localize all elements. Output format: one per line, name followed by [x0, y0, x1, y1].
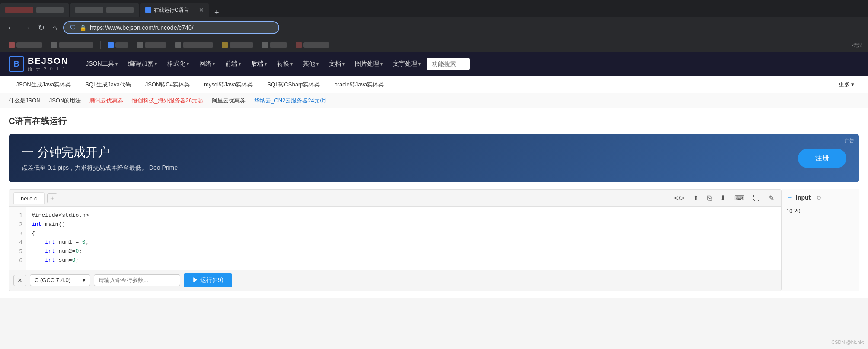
editor-tab-bar: hello.c + </> ⬆ ⎘ ⬇ ⌨ ⛶: [9, 190, 781, 207]
sub-nav-json-csharp[interactable]: JSON转C#实体类: [138, 76, 197, 93]
tab-title: 在线运行C语言: [154, 6, 196, 14]
output-tab-label[interactable]: O: [817, 194, 821, 201]
tab-favicon: [145, 7, 151, 13]
ad-text: 一 分钟完成开户 点差低至 0.1 pips，力求将交易成本降至最低。 Doo …: [22, 144, 178, 172]
editor-tab-hello[interactable]: hello.c: [13, 192, 45, 204]
info-link-hengchuang[interactable]: 恒创科技_海外服务器26元起: [132, 97, 203, 105]
bookmark-label: -无法: [852, 42, 863, 48]
browser-tab-active[interactable]: 在线运行C语言 ✕: [140, 3, 209, 17]
arrow-icon: ▾: [265, 62, 267, 67]
compiler-select[interactable]: C (GCC 7.4.0) ▾: [30, 274, 90, 286]
editor-layout: hello.c + </> ⬆ ⎘ ⬇ ⌨ ⛶: [9, 189, 859, 291]
cmd-args-input[interactable]: [94, 274, 180, 286]
sub-nav-oracle-java[interactable]: oracle转Java实体类: [327, 76, 391, 93]
info-link-aliyun[interactable]: 阿里云优惠券: [212, 97, 246, 105]
nav-backend[interactable]: 后端 ▾: [247, 57, 271, 71]
bookmark-1[interactable]: [5, 41, 46, 49]
logo-text: BEJSON 始 于 2 0 1 1: [28, 56, 68, 72]
nav-docs[interactable]: 文档 ▾: [325, 57, 349, 71]
url-text: https://www.bejson.com/runcode/c740/: [90, 24, 272, 31]
ad-label: 广告: [845, 137, 854, 144]
input-value[interactable]: 10 20: [786, 208, 855, 214]
arrow-icon: ▾: [155, 62, 157, 67]
bookmark-4[interactable]: [134, 41, 170, 49]
code-editor: hello.c + </> ⬆ ⎘ ⬇ ⌨ ⛶: [9, 189, 782, 291]
reload-button[interactable]: ↻: [36, 21, 46, 34]
sub-nav-json-java[interactable]: JSON生成Java实体类: [9, 76, 78, 93]
info-link-json-usage[interactable]: JSON的用法: [49, 97, 81, 105]
browser-tab-2[interactable]: [70, 3, 139, 17]
code-line-4: int num1 = 0;: [32, 238, 776, 247]
bookmark-6[interactable]: [218, 41, 257, 49]
website: B BEJSON 始 于 2 0 1 1 JSON工具 ▾ 编码/加密 ▾ 格式…: [0, 52, 868, 298]
main-nav: JSON工具 ▾ 编码/加密 ▾ 格式化 ▾ 网络 ▾ 前端 ▾ 后端 ▾: [81, 57, 859, 71]
sub-nav-more[interactable]: 更多 ▾: [833, 81, 859, 89]
tab-close-button[interactable]: ✕: [199, 6, 204, 13]
editor-container: hello.c + </> ⬆ ⎘ ⬇ ⌨ ⛶: [9, 189, 782, 291]
browser-tab-1[interactable]: [0, 3, 69, 17]
home-button[interactable]: ⌂: [51, 22, 59, 34]
logo-icon: B: [9, 56, 24, 72]
code-area[interactable]: #include<stdio.h> int main() { int num1 …: [26, 207, 781, 270]
logo: B BEJSON 始 于 2 0 1 1: [9, 56, 68, 72]
arrow-icon: ▾: [342, 62, 345, 67]
ad-banner: 广告 一 分钟完成开户 点差低至 0.1 pips，力求将交易成本降至最低。 D…: [9, 134, 859, 182]
code-view-button[interactable]: </>: [672, 193, 687, 204]
ad-heading: 一 分钟完成开户: [22, 144, 178, 161]
nav-convert[interactable]: 转换 ▾: [273, 57, 297, 71]
input-panel-header: → Input O: [786, 194, 855, 204]
sub-nav: JSON生成Java实体类 SQL生成Java代码 JSON转C#实体类 mys…: [0, 76, 868, 93]
fullscreen-button[interactable]: ⛶: [750, 193, 763, 204]
code-line-6: int sum=0;: [32, 256, 776, 265]
run-button[interactable]: ▶ 运行(F9): [184, 273, 232, 287]
page-title: C语言在线运行: [9, 115, 859, 127]
editor-toolbar: </> ⬆ ⎘ ⬇ ⌨ ⛶ ✎: [672, 192, 777, 204]
line-numbers: 1 2 3 4 5 6: [9, 207, 26, 270]
nav-image[interactable]: 图片处理 ▾: [351, 57, 387, 71]
info-link-huanayun[interactable]: 华纳云_CN2云服务器24元/月: [254, 97, 327, 105]
nav-text[interactable]: 文字处理 ▾: [389, 57, 425, 71]
nav-json-tools[interactable]: JSON工具 ▾: [81, 57, 121, 71]
arrow-icon: ▾: [380, 62, 383, 67]
nav-frontend[interactable]: 前端 ▾: [221, 57, 245, 71]
nav-format[interactable]: 格式化 ▾: [163, 57, 193, 71]
code-line-2: int main(): [32, 220, 776, 229]
copy-button[interactable]: ⎘: [705, 193, 714, 204]
sub-nav-mysql-java[interactable]: mysql转Java实体类: [197, 76, 260, 93]
arrow-icon: ▾: [418, 62, 421, 67]
clear-button[interactable]: ✕: [13, 275, 26, 286]
browser-chrome: 在线运行C语言 ✕ + ← → ↻ ⌂ 🛡 🔒 https://www.bejs…: [0, 0, 868, 52]
arrow-icon: ▾: [187, 62, 189, 67]
bookmark-5[interactable]: [172, 41, 217, 49]
arrow-icon: ▾: [316, 62, 319, 67]
edit-button[interactable]: ✎: [766, 192, 777, 204]
download-button[interactable]: ⬇: [718, 192, 728, 204]
nav-encoding[interactable]: 编码/加密 ▾: [124, 57, 162, 71]
bookmark-3[interactable]: [104, 41, 132, 49]
more-arrow-icon: ▾: [851, 81, 854, 88]
back-button[interactable]: ←: [5, 22, 16, 34]
arrow-icon: ▾: [290, 62, 293, 67]
extensions-button[interactable]: ⋮: [853, 22, 863, 33]
nav-other[interactable]: 其他 ▾: [299, 57, 323, 71]
bookmark-2[interactable]: [48, 41, 97, 49]
add-tab-button[interactable]: +: [47, 193, 57, 203]
page-content: C语言在线运行 广告 一 分钟完成开户 点差低至 0.1 pips，力求将交易成…: [0, 108, 868, 298]
address-bar[interactable]: 🛡 🔒 https://www.bejson.com/runcode/c740/: [63, 21, 279, 34]
bookmark-8[interactable]: [292, 41, 333, 49]
code-line-5: int num2=0;: [32, 247, 776, 256]
nav-network[interactable]: 网络 ▾: [195, 57, 219, 71]
info-link-tencent[interactable]: 腾讯云优惠券: [89, 97, 123, 105]
upload-button[interactable]: ⬆: [690, 192, 701, 204]
select-arrow-icon: ▾: [83, 277, 86, 283]
ad-register-button[interactable]: 注册: [798, 149, 846, 168]
new-tab-button[interactable]: +: [210, 8, 223, 17]
tab-filename: hello.c: [21, 195, 37, 202]
sub-nav-sql-java[interactable]: SQL生成Java代码: [78, 76, 138, 93]
bookmark-7[interactable]: [258, 41, 290, 49]
forward-button[interactable]: →: [21, 22, 32, 34]
keyboard-button[interactable]: ⌨: [732, 192, 747, 204]
sub-nav-sql-csharp[interactable]: SQL转CSharp实体类: [260, 76, 327, 93]
search-input[interactable]: [427, 58, 470, 70]
info-link-json[interactable]: 什么是JSON: [9, 97, 41, 105]
